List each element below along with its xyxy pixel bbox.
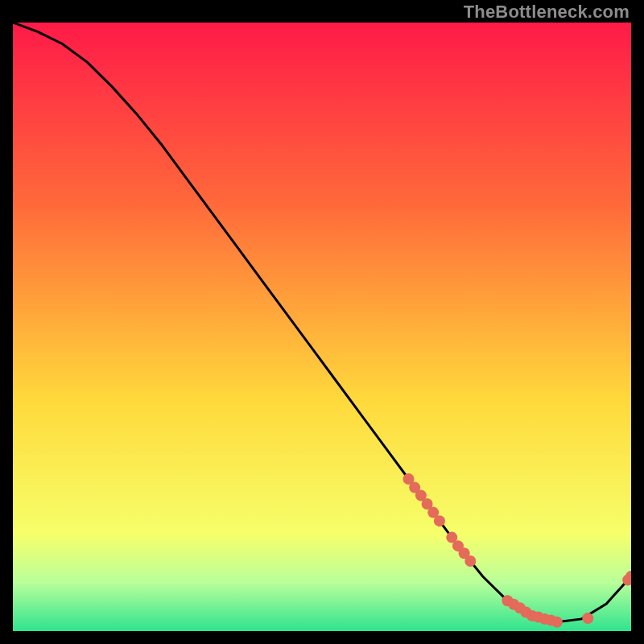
- bottleneck-curve-plot: [13, 23, 631, 631]
- watermark-text: TheBottleneck.com: [464, 2, 630, 23]
- data-marker: [582, 613, 593, 624]
- data-marker: [434, 515, 445, 526]
- data-marker: [464, 555, 476, 567]
- data-marker: [551, 617, 563, 628]
- gradient-background: [13, 23, 631, 631]
